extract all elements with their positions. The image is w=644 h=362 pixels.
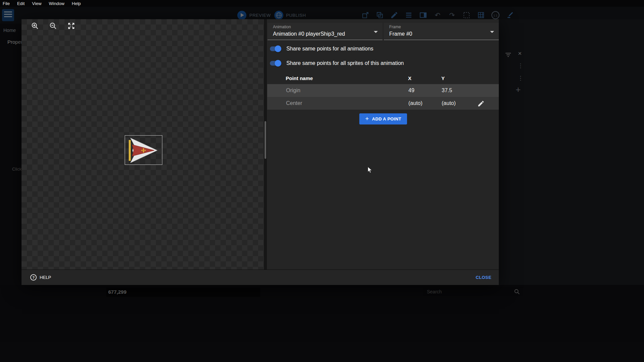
zoom-out-icon[interactable] <box>49 22 57 30</box>
sprite-canvas[interactable] <box>22 19 264 269</box>
frame-select-value: Frame #0 <box>389 31 499 37</box>
menu-bar: File Edit View Window Help <box>0 0 644 7</box>
points-table-header: Point name X Y <box>267 75 499 84</box>
help-label: HELP <box>40 275 51 280</box>
share-points-animations-toggle[interactable] <box>269 45 281 52</box>
add-point-label: ADD A POINT <box>372 116 401 121</box>
sprite-frame-box[interactable] <box>125 135 162 165</box>
menu-help[interactable]: Help <box>68 1 85 6</box>
table-row-center[interactable]: Center (auto) (auto) <box>267 97 499 110</box>
frame-select-label: Frame <box>389 25 499 29</box>
dialog-footer: ? HELP CLOSE <box>22 269 499 285</box>
canvas-toolbar <box>31 22 75 30</box>
point-name: Center <box>286 97 302 110</box>
plus-icon: + <box>365 115 369 122</box>
share-points-sprites-row: Share same points for all sprites of thi… <box>269 60 404 67</box>
close-button[interactable]: CLOSE <box>474 275 493 280</box>
edit-points-dialog: Animation Animation #0 playerShip3_red F… <box>22 19 499 285</box>
fit-to-screen-icon[interactable] <box>67 22 75 30</box>
point-y-value[interactable]: (auto) <box>442 97 456 110</box>
add-point-button[interactable]: + ADD A POINT <box>359 113 407 124</box>
point-x-value[interactable]: 49 <box>408 84 414 97</box>
share-points-sprites-toggle[interactable] <box>269 60 281 67</box>
table-row-origin[interactable]: Origin 49 37.5 <box>267 84 499 97</box>
chevron-down-icon <box>490 31 494 33</box>
toggle-label: Share same points for all sprites of thi… <box>286 60 404 66</box>
menu-edit[interactable]: Edit <box>13 1 28 6</box>
animation-select-label: Animation <box>273 25 383 29</box>
menu-window[interactable]: Window <box>45 1 68 6</box>
selector-row: Animation Animation #0 playerShip3_red F… <box>268 23 499 40</box>
point-name: Origin <box>286 84 300 97</box>
points-panel: Animation Animation #0 playerShip3_red F… <box>267 19 499 269</box>
zoom-in-icon[interactable] <box>31 22 39 30</box>
help-button[interactable]: ? HELP <box>28 274 53 281</box>
scrollbar-thumb[interactable] <box>265 121 266 159</box>
canvas-scrollbar[interactable] <box>264 19 267 269</box>
toggle-label: Share same points for all animations <box>286 46 373 52</box>
dialog-body: Animation Animation #0 playerShip3_red F… <box>22 19 499 269</box>
menu-file[interactable]: File <box>3 1 13 6</box>
edit-point-icon[interactable] <box>477 99 485 107</box>
animation-select-value: Animation #0 playerShip3_red <box>273 31 383 37</box>
header-point-name: Point name <box>286 75 313 81</box>
animation-select[interactable]: Animation Animation #0 playerShip3_red <box>268 23 383 40</box>
header-y: Y <box>441 75 445 81</box>
player-ship-sprite <box>125 136 163 165</box>
header-x: X <box>408 75 411 81</box>
menu-view[interactable]: View <box>28 1 45 6</box>
frame-select[interactable]: Frame Frame #0 <box>384 23 499 40</box>
point-y-value[interactable]: 37.5 <box>442 84 452 97</box>
help-icon: ? <box>30 274 37 281</box>
chevron-down-icon <box>374 31 378 33</box>
share-points-animations-row: Share same points for all animations <box>269 45 373 52</box>
point-x-value[interactable]: (auto) <box>408 97 422 110</box>
